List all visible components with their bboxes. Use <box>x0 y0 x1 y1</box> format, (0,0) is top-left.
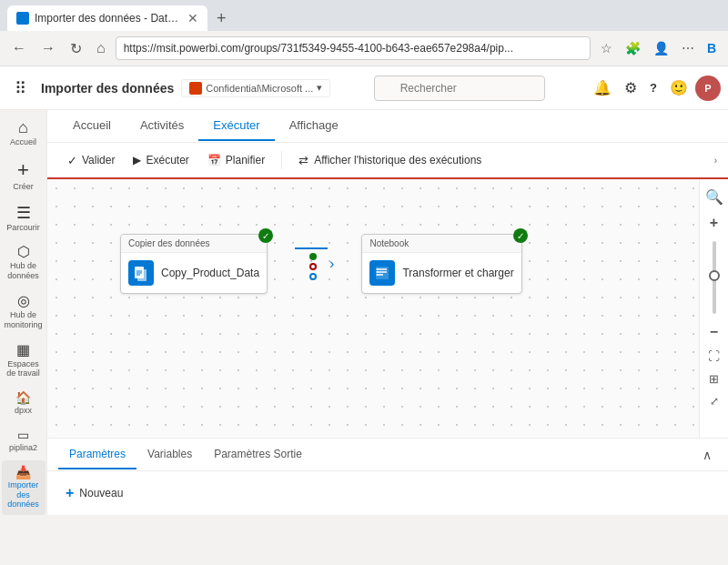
bottom-panel-header: Paramètres Variables Paramètres Sortie ∧ <box>47 439 728 471</box>
copy-node-label: Copy_Product_Data <box>161 267 259 279</box>
address-bar[interactable] <box>116 36 591 60</box>
copy-node-check: ✓ <box>258 228 273 243</box>
monitoring-icon: ◎ <box>17 294 30 308</box>
forward-button[interactable]: → <box>36 37 60 59</box>
connector-success-dot <box>309 253 317 260</box>
bell-icon[interactable]: 🔔 <box>588 76 617 100</box>
svg-point-4 <box>377 271 379 273</box>
tab-variables[interactable]: Variables <box>136 440 203 469</box>
back-button[interactable]: ← <box>7 37 31 59</box>
pipeline-canvas[interactable]: Copier des données Copy_Product_Da <box>47 179 699 438</box>
new-label: Nouveau <box>79 487 123 499</box>
avatar[interactable]: P <box>695 76 721 101</box>
tab-parametres-sortie[interactable]: Paramètres Sortie <box>203 440 313 469</box>
badge-label: Confidential\Microsoft ... <box>206 83 313 94</box>
bookmark-icon[interactable]: ☆ <box>596 38 617 58</box>
tab-executer[interactable]: Exécuter <box>198 111 274 141</box>
sidebar-item-hub-monitoring[interactable]: ◎ Hub de monitoring <box>2 288 46 336</box>
notebook-node-header: Notebook <box>362 235 521 253</box>
home-button[interactable]: ⌂ <box>92 37 110 59</box>
tab-parametres[interactable]: Paramètres <box>58 440 136 469</box>
hub-icon: ⬡ <box>17 245 30 259</box>
calendar-icon: 📅 <box>207 154 221 166</box>
fit-view-button[interactable]: ⛶ <box>704 347 723 366</box>
app-menu-button[interactable]: ⠿ <box>7 75 34 102</box>
zoom-in-button[interactable]: + <box>706 212 722 234</box>
zoom-out-button[interactable]: − <box>706 321 722 343</box>
profile-icon[interactable]: 👤 <box>649 38 673 58</box>
notebook-node[interactable]: Notebook <box>361 234 521 294</box>
grid-view-button[interactable]: ⊞ <box>705 369 723 388</box>
pipeline-nodes-container: Copier des données Copy_Product_Da <box>120 234 522 294</box>
sidebar-label-espaces: Espaces de travail <box>5 359 42 379</box>
tab-bar: Importer des données - Data Factory ✕ + <box>0 0 728 31</box>
sidebar-label-importer: Importer des données <box>5 480 42 510</box>
new-tab-button[interactable]: + <box>211 9 232 28</box>
tab-favicon <box>16 12 29 25</box>
pipeline-icon: ▭ <box>17 429 29 441</box>
fullscreen-button[interactable]: ⤢ <box>706 392 723 410</box>
search-input[interactable] <box>374 76 545 101</box>
notebook-node-body: Transformer et charger <box>362 253 521 293</box>
sidebar-item-espaces-travail[interactable]: ▦ Espaces de travail <box>2 338 46 385</box>
zoom-slider[interactable] <box>713 241 716 314</box>
help-icon[interactable]: ? <box>644 77 662 98</box>
history-label: Afficher l'historique des exécutions <box>314 154 481 166</box>
svg-point-3 <box>377 268 379 270</box>
planifier-button[interactable]: 📅 Planifier <box>198 150 274 170</box>
tab-activites[interactable]: Activités <box>126 111 198 141</box>
zoom-search-button[interactable]: 🔍 <box>702 187 727 208</box>
sidebar-item-hub-donnees[interactable]: ⬡ Hub de données <box>2 239 46 287</box>
more-icon[interactable]: ⋯ <box>677 38 699 58</box>
svg-point-5 <box>377 274 379 276</box>
badge-chevron-icon: ▾ <box>317 82 322 94</box>
valider-button[interactable]: ✓ Valider <box>58 150 124 171</box>
emoji-icon[interactable]: 🙂 <box>664 76 693 100</box>
tab-affichage[interactable]: Affichage <box>275 111 353 141</box>
connector-complete-dot <box>309 273 317 280</box>
nav-bar: ← → ↻ ⌂ ☆ 🧩 👤 ⋯ B <box>0 31 728 66</box>
app-badge[interactable]: Confidential\Microsoft ... ▾ <box>181 79 330 97</box>
connector: › <box>295 247 334 280</box>
svg-rect-2 <box>376 267 389 279</box>
sidebar-item-creer[interactable]: + Créer <box>2 155 46 197</box>
tab-label: Importer des données - Data Factory <box>35 12 182 25</box>
sidebar-label-creer: Créer <box>13 182 34 192</box>
connector-fail-dot <box>309 263 317 270</box>
pipeline-tabs: Accueil Activités Exécuter Affichage <box>47 110 728 143</box>
sidebar-label-hub-monitoring: Hub de monitoring <box>4 310 42 330</box>
browse-icon: ☰ <box>16 205 31 221</box>
main-layout: ⌂ Accueil + Créer ☰ Parcourir ⬡ Hub de d… <box>0 110 728 515</box>
sidebar-item-parcourir[interactable]: ☰ Parcourir <box>2 199 46 238</box>
app-title: Importer des données <box>41 81 174 96</box>
home-icon: ⌂ <box>18 119 28 136</box>
search-wrapper: 🔍 <box>374 76 545 101</box>
badge-icon <box>189 82 202 95</box>
bottom-panel-collapse-button[interactable]: ∧ <box>697 446 717 464</box>
tab-close-icon[interactable]: ✕ <box>187 12 198 25</box>
extensions-icon[interactable]: 🧩 <box>621 38 645 58</box>
executer-button[interactable]: ▶ Exécuter <box>124 150 197 170</box>
nav-icons: ☆ 🧩 👤 ⋯ B <box>596 38 721 58</box>
bing-icon[interactable]: B <box>703 38 721 58</box>
copy-node-wrapper: Copier des données Copy_Product_Da <box>120 234 268 294</box>
sidebar-item-importer[interactable]: 📥 Importer des données <box>2 460 46 515</box>
canvas-background <box>47 179 699 438</box>
gear-icon[interactable]: ⚙ <box>619 76 642 100</box>
connector-arrow-icon: › <box>329 256 334 272</box>
bottom-panel-content: + Nouveau <box>47 471 728 515</box>
browser-tab[interactable]: Importer des données - Data Factory ✕ <box>7 5 207 31</box>
copy-node[interactable]: Copier des données Copy_Product_Da <box>120 234 268 294</box>
tab-accueil[interactable]: Accueil <box>58 111 126 141</box>
copy-node-header: Copier des données <box>121 235 267 253</box>
refresh-button[interactable]: ↻ <box>66 37 86 60</box>
sidebar-item-accueil[interactable]: ⌂ Accueil <box>2 114 46 153</box>
sidebar-item-pipeline2[interactable]: ▭ piplina2 <box>2 423 46 459</box>
sidebar-label-accueil: Accueil <box>10 137 36 147</box>
history-icon: ⇄ <box>298 154 308 167</box>
copy-node-body: Copy_Product_Data <box>121 253 267 293</box>
history-button[interactable]: ⇄ Afficher l'historique des exécutions <box>289 150 490 171</box>
planifier-label: Planifier <box>226 154 265 166</box>
new-parameter-button[interactable]: + Nouveau <box>58 482 130 504</box>
sidebar-item-dpxx[interactable]: 🏠 dpxx <box>2 386 46 421</box>
